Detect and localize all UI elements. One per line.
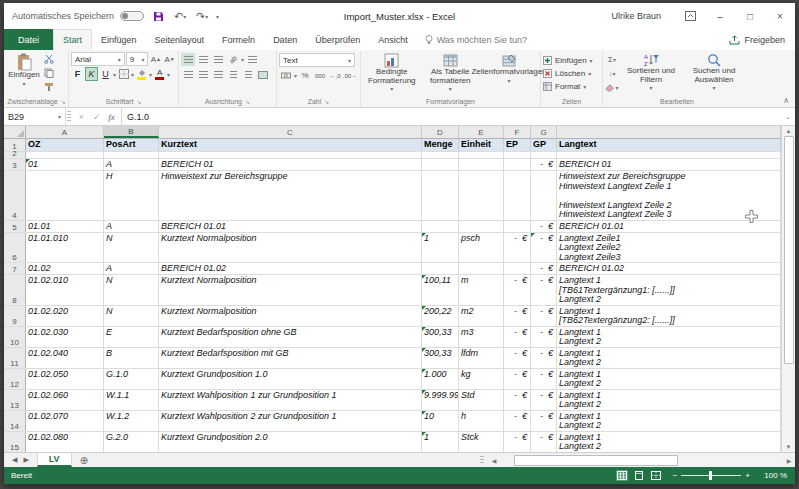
- zoom-slider[interactable]: − +: [673, 471, 750, 480]
- autosum-button[interactable]: Σ▾: [605, 53, 619, 66]
- autosave-toggle[interactable]: [120, 11, 144, 21]
- cell-gp[interactable]: -€: [531, 369, 557, 389]
- cell-einheit[interactable]: lfdm: [459, 348, 504, 368]
- cell-ep[interactable]: [504, 263, 531, 274]
- cell-menge[interactable]: [422, 152, 459, 158]
- cell-gp[interactable]: -€: [531, 390, 557, 410]
- vertical-scrollbar[interactable]: ▲ ▼: [781, 126, 795, 452]
- cell-ep[interactable]: -€: [504, 327, 531, 347]
- cell-kurztext[interactable]: Kurztext Grundposition 1.0: [159, 369, 422, 389]
- cell-menge[interactable]: 300,33: [422, 327, 459, 347]
- cell-oz[interactable]: [26, 171, 104, 220]
- tab-seitenlayout[interactable]: Seitenlayout: [146, 29, 214, 50]
- fill-button[interactable]: ↓▾: [605, 67, 619, 80]
- cell-menge[interactable]: 10: [422, 411, 459, 431]
- tab-datei[interactable]: Datei: [4, 29, 53, 50]
- cell-ep[interactable]: -€: [504, 369, 531, 389]
- cell-gp[interactable]: [531, 171, 557, 220]
- cell-langtext[interactable]: Langtext 1[TB61Textergänzung1: [......]]…: [557, 275, 781, 305]
- collapse-ribbon-button[interactable]: ∧: [783, 96, 789, 105]
- dialog-launcher-icon[interactable]: ↘: [245, 98, 250, 105]
- normal-view-button[interactable]: [616, 470, 628, 481]
- row-header-5[interactable]: 5: [4, 221, 26, 232]
- accounting-format-button[interactable]: [279, 69, 293, 82]
- save-button[interactable]: [150, 8, 166, 24]
- minimize-button[interactable]: –: [705, 4, 735, 28]
- column-header-C[interactable]: C: [159, 126, 422, 138]
- cell-einheit[interactable]: psch: [459, 233, 504, 263]
- redo-button[interactable]: ↷▾: [194, 8, 210, 24]
- cell-einheit[interactable]: [459, 263, 504, 274]
- cell-langtext[interactable]: Langtext Zeile1Langtext Zeile2Langtext Z…: [557, 233, 781, 263]
- next-sheet-button[interactable]: ▶: [23, 456, 28, 464]
- cell-langtext[interactable]: Langtext 1Langtext 2: [557, 390, 781, 410]
- cell-oz[interactable]: 01.01: [26, 221, 104, 232]
- cell-posart[interactable]: N: [104, 233, 159, 263]
- header-cell-gp[interactable]: GP: [531, 139, 557, 151]
- increase-indent-button[interactable]: [241, 68, 255, 81]
- cell-posart[interactable]: A: [104, 221, 159, 232]
- cell-einheit[interactable]: h: [459, 411, 504, 431]
- horizontal-scrollbar-thumb[interactable]: [514, 455, 678, 466]
- maximize-button[interactable]: □: [735, 4, 765, 28]
- scroll-left-icon[interactable]: ◀: [488, 457, 500, 464]
- row-header-11[interactable]: 11: [4, 348, 26, 368]
- cell-langtext[interactable]: Langtext 1[TB62Textergänzung2: [......]]: [557, 306, 781, 326]
- cell-oz[interactable]: 01: [26, 159, 104, 170]
- previous-sheet-button[interactable]: ◀: [12, 456, 17, 464]
- horizontal-scrollbar[interactable]: ◀ ▶: [480, 453, 795, 467]
- cell-kurztext[interactable]: Kurztext Bedarfsposition mit GB: [159, 348, 422, 368]
- copy-button[interactable]: [42, 66, 56, 79]
- cell-einheit[interactable]: [459, 221, 504, 232]
- row-header-4[interactable]: 4: [4, 171, 26, 220]
- cell-oz[interactable]: 01.02.020: [26, 306, 104, 326]
- cell-styles-button[interactable]: Zellenformatvorlagen ▾: [480, 52, 538, 85]
- column-header-H[interactable]: [557, 126, 781, 138]
- cell-menge[interactable]: 1: [422, 233, 459, 263]
- borders-button[interactable]: [117, 67, 130, 81]
- cell-kurztext[interactable]: BEREICH 01.01: [159, 221, 422, 232]
- cell-posart[interactable]: H: [104, 171, 159, 220]
- cell-oz[interactable]: 01.02.030: [26, 327, 104, 347]
- italic-button[interactable]: K: [85, 67, 98, 81]
- header-cell-menge[interactable]: Menge: [422, 139, 459, 151]
- cell-kurztext[interactable]: Kurztext Grundposition 2.0: [159, 432, 422, 452]
- increase-decimal-button[interactable]: ←,0: [328, 69, 342, 82]
- cell-kurztext[interactable]: Kurztext Normalposition: [159, 275, 422, 305]
- cell-kurztext[interactable]: Kurztext Wahlposition 1 zur Grundpositio…: [159, 390, 422, 410]
- cell-einheit[interactable]: Stck: [459, 432, 504, 452]
- cell-kurztext[interactable]: [159, 152, 422, 158]
- cell-langtext[interactable]: Hinweistext zur BereichsgruppeHinweistex…: [557, 171, 781, 220]
- cell-menge[interactable]: 300,33: [422, 348, 459, 368]
- cell-kurztext[interactable]: Kurztext Normalposition: [159, 306, 422, 326]
- row-header-10[interactable]: 10: [4, 327, 26, 347]
- dialog-launcher-icon[interactable]: ↘: [324, 98, 329, 105]
- paste-button[interactable]: Einfügen ▾: [7, 52, 41, 88]
- row-header-6[interactable]: 6: [4, 233, 26, 263]
- cell-ep[interactable]: -€: [504, 306, 531, 326]
- middle-align-button[interactable]: [196, 53, 210, 66]
- cell-oz[interactable]: 01.02.010: [26, 275, 104, 305]
- cell-kurztext[interactable]: Kurztext Bedarfsposition ohne GB: [159, 327, 422, 347]
- cell-langtext[interactable]: BEREICH 01.01: [557, 221, 781, 232]
- merge-center-button[interactable]: [256, 68, 270, 81]
- decrease-font-button[interactable]: A▼: [163, 53, 176, 66]
- orientation-button[interactable]: ab: [226, 53, 240, 66]
- cell-gp[interactable]: -€: [531, 306, 557, 326]
- cell-menge[interactable]: [422, 263, 459, 274]
- row-header-13[interactable]: 13: [4, 390, 26, 410]
- page-layout-view-button[interactable]: [633, 470, 645, 481]
- cell-gp[interactable]: -€: [531, 411, 557, 431]
- cell-gp[interactable]: -€: [531, 275, 557, 305]
- cell-posart[interactable]: W.1.1: [104, 390, 159, 410]
- column-header-G[interactable]: G: [531, 126, 557, 138]
- column-header-D[interactable]: D: [422, 126, 459, 138]
- cell-menge[interactable]: 9.999.999: [422, 390, 459, 410]
- cell-ep[interactable]: [504, 171, 531, 220]
- cell-posart[interactable]: N: [104, 275, 159, 305]
- conditional-formatting-button[interactable]: Bedingte Formatierung ▾: [363, 52, 421, 94]
- cell-posart[interactable]: G.1.0: [104, 369, 159, 389]
- scroll-down-icon[interactable]: ▼: [786, 444, 792, 452]
- cell-posart[interactable]: A: [104, 263, 159, 274]
- column-header-B[interactable]: B: [104, 126, 159, 138]
